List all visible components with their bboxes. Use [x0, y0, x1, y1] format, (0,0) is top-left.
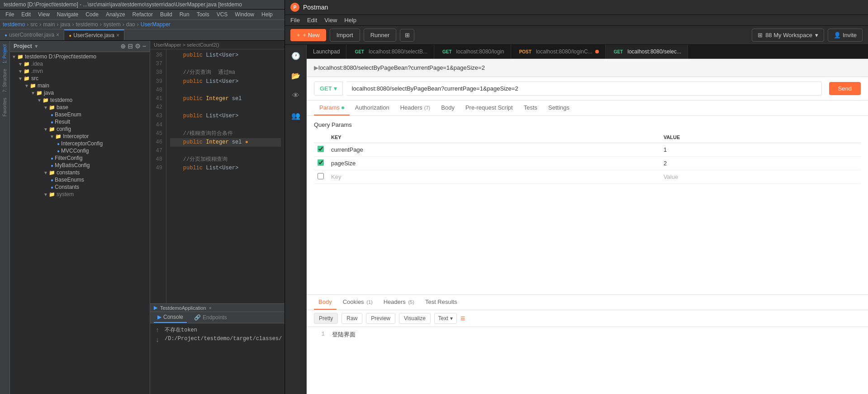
menu-view[interactable]: View [34, 10, 53, 19]
project-panel-toggle[interactable]: 1: Project [1, 43, 8, 65]
close-tab-service[interactable]: × [116, 32, 119, 38]
scroll-down-btn[interactable]: ↓ [154, 336, 161, 343]
settings-icon[interactable]: ⚙ [135, 43, 141, 50]
tree-interceptor-pkg[interactable]: ▼ 📁 Interceptor [10, 133, 150, 140]
param-value-currentpage[interactable]: 1 [660, 143, 861, 157]
structure-panel-toggle[interactable]: 7: Structure [1, 67, 8, 94]
wrap-icon[interactable]: ≡ [460, 314, 465, 323]
tree-baseenums[interactable]: ● BaseEnums [10, 176, 150, 183]
menu-refactor[interactable]: Refactor [129, 10, 157, 19]
format-pretty-btn[interactable]: Pretty [314, 313, 338, 324]
tab-params[interactable]: Params [314, 101, 350, 115]
menu-window[interactable]: Window [231, 10, 258, 19]
tab-user-controller[interactable]: ● userController.java × [0, 29, 64, 40]
sidebar-environments-icon[interactable]: 👁 [289, 88, 303, 103]
tree-baseenum[interactable]: ● BaseEnum [10, 111, 150, 118]
import-button[interactable]: Import [330, 29, 360, 42]
tree-result[interactable]: ● Result [10, 118, 150, 125]
tab-launchpad[interactable]: Launchpad [307, 45, 346, 58]
menu-code[interactable]: Code [82, 10, 102, 19]
tab-headers[interactable]: Headers (7) [395, 101, 436, 115]
tree-constants-class[interactable]: ● Constants [10, 183, 150, 191]
layout-btn[interactable]: ⊞ [400, 29, 414, 42]
param-checkbox-currentpage[interactable] [318, 146, 324, 152]
param-checkbox-empty[interactable] [318, 173, 324, 179]
tab-authorization[interactable]: Authorization [350, 101, 395, 115]
get-method-badge: GET [612, 49, 625, 55]
tab-tests[interactable]: Tests [518, 101, 543, 115]
tree-base[interactable]: ▼ 📁 base [10, 104, 150, 111]
menu-analyze[interactable]: Analyze [102, 10, 129, 19]
tab-console[interactable]: ▶ Console [154, 312, 187, 323]
tree-mvn[interactable]: ▼ 📁 .mvn [10, 67, 150, 75]
tree-config[interactable]: ▼ 📁 config [10, 125, 150, 133]
menu-run[interactable]: Run [176, 10, 193, 19]
resp-tab-headers[interactable]: Headers (5) [379, 295, 419, 310]
menu-navigate[interactable]: Navigate [53, 10, 82, 19]
close-tab-controller[interactable]: × [56, 32, 59, 38]
sidebar-history-icon[interactable]: 🕐 [289, 48, 303, 63]
close-run[interactable]: × [209, 305, 212, 311]
tree-main[interactable]: ▼ 📁 main [10, 82, 150, 89]
resp-tab-cookies[interactable]: Cookies (1) [338, 295, 377, 310]
menu-file[interactable]: File [2, 10, 18, 19]
tab-settings[interactable]: Settings [543, 101, 575, 115]
param-key-empty[interactable]: Key [327, 170, 660, 184]
tree-src[interactable]: ▼ 📁 src [10, 75, 150, 82]
postman-menu-help[interactable]: Help [344, 17, 356, 24]
postman-menu-file[interactable]: File [290, 17, 300, 24]
collapse-icon[interactable]: ⊟ [128, 43, 133, 50]
runner-button[interactable]: Runner [364, 29, 397, 42]
menu-vcs[interactable]: VCS [213, 10, 232, 19]
tree-mybatisconfig[interactable]: ● MyBatisConfig [10, 162, 150, 169]
tree-idea[interactable]: ▼ 📁 .idea [10, 60, 150, 67]
tab-endpoints[interactable]: 🔗 Endpoints [190, 312, 230, 322]
favorites-panel-toggle[interactable]: Favorites [1, 96, 8, 118]
param-key-pagesize[interactable]: pageSize [327, 157, 660, 170]
scroll-up-btn[interactable]: ↑ [154, 326, 161, 333]
tab-selectb[interactable]: GET localhost:8080/selectB... [346, 45, 434, 58]
tab-body[interactable]: Body [436, 101, 460, 115]
tree-interceptorconfig[interactable]: ● InterceptorConfig [10, 140, 150, 147]
tab-selectbypage[interactable]: GET localhost:8080/selec... [606, 45, 688, 58]
invite-button[interactable]: 👤 Invite [828, 29, 863, 42]
workspace-button[interactable]: ⊞ 88 My Workspace ▾ [752, 29, 824, 42]
code-area[interactable]: public List<User> //分页查询 通过ma public Lis… [166, 49, 285, 303]
type-select[interactable]: Text ▾ [434, 313, 457, 324]
param-value-pagesize[interactable]: 2 [660, 157, 861, 170]
tree-constants[interactable]: ▼ 📁 constants [10, 169, 150, 176]
resp-tab-test-results[interactable]: Test Results [421, 295, 462, 310]
sidebar-team-icon[interactable]: 👥 [289, 108, 303, 123]
sidebar-collections-icon[interactable]: 📂 [289, 68, 303, 83]
tree-testdemo-root[interactable]: ▼ 📁 testdemo D:\Project\testdemo [10, 53, 150, 60]
tab-user-service[interactable]: ● UserService.java × [64, 29, 124, 40]
param-value-empty[interactable]: Value [660, 170, 861, 184]
menu-edit[interactable]: Edit [18, 10, 34, 19]
send-button[interactable]: Send [829, 82, 861, 95]
tree-testdemo-pkg[interactable]: ▼ 📁 testdemo [10, 96, 150, 104]
menu-build[interactable]: Build [157, 10, 176, 19]
minimize-icon[interactable]: − [142, 43, 146, 50]
tab-pre-request[interactable]: Pre-request Script [460, 101, 518, 115]
sync-icon[interactable]: ⊕ [120, 43, 126, 50]
menu-tools[interactable]: Tools [193, 10, 213, 19]
resp-tab-body[interactable]: Body [314, 295, 337, 310]
new-button[interactable]: + + New [290, 29, 326, 41]
url-input[interactable] [346, 82, 822, 96]
menu-help[interactable]: Help [258, 10, 276, 19]
tab-loginc[interactable]: POST localhost:8080/loginC... [511, 45, 606, 58]
format-raw-btn[interactable]: Raw [342, 313, 362, 324]
tree-filterconfig[interactable]: ● FilterConfig [10, 154, 150, 162]
param-key-currentpage[interactable]: currentPage [327, 143, 660, 157]
tree-java[interactable]: ▼ 📁 java [10, 89, 150, 96]
format-visualize-btn[interactable]: Visualize [399, 313, 431, 324]
format-preview-btn[interactable]: Preview [366, 313, 395, 324]
class-icon: ● [57, 149, 60, 154]
postman-menu-view[interactable]: View [324, 17, 337, 24]
postman-menu-edit[interactable]: Edit [307, 17, 317, 24]
tree-mvcconfig[interactable]: ● MVCConfig [10, 147, 150, 154]
method-select[interactable]: GET ▾ [314, 82, 343, 96]
tree-system[interactable]: ▼ 📁 system [10, 191, 150, 198]
tab-login[interactable]: GET localhost:8080/login [434, 45, 511, 58]
param-checkbox-pagesize[interactable] [318, 159, 324, 166]
